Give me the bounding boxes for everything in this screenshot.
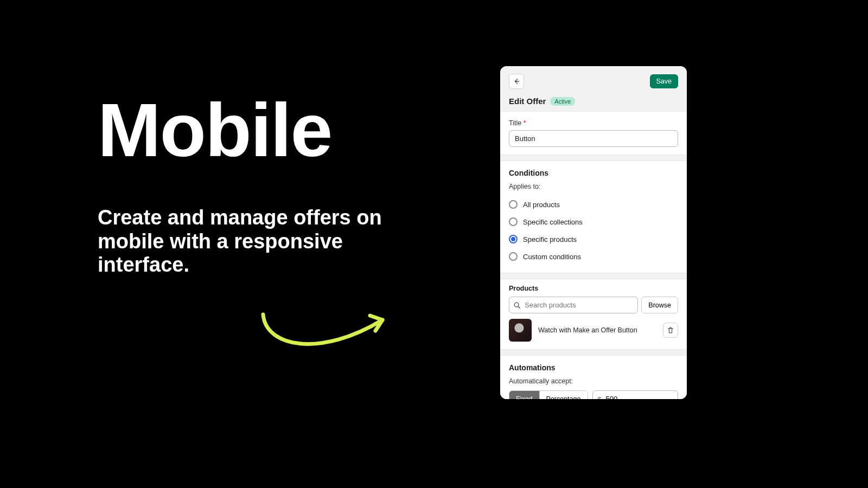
radio-icon <box>509 200 518 209</box>
radio-label: All products <box>523 201 560 209</box>
title-input[interactable] <box>509 130 678 147</box>
hero-title: Mobile <box>98 92 450 168</box>
trash-icon <box>667 326 674 334</box>
amount-type-segment: Fixed Percentage <box>509 390 588 399</box>
product-list-item: Watch with Make an Offer Button <box>509 319 678 342</box>
title-label-text: Title <box>509 119 521 127</box>
products-card: Products Browse Watch with Make an Offer… <box>500 279 687 350</box>
radio-label: Custom conditions <box>523 253 581 261</box>
radio-specific-collections[interactable]: Specific collections <box>509 213 678 230</box>
currency-symbol: $ <box>598 395 602 399</box>
radio-all-products[interactable]: All products <box>509 196 678 213</box>
radio-specific-products[interactable]: Specific products <box>509 230 678 248</box>
applies-to-label: Applies to: <box>509 183 678 190</box>
product-thumbnail <box>509 319 532 342</box>
arrow-left-icon <box>513 78 520 85</box>
automations-heading: Automations <box>509 363 678 372</box>
auto-accept-label: Automatically accept: <box>509 377 678 385</box>
segment-fixed[interactable]: Fixed <box>509 391 539 399</box>
automations-card: Automations Automatically accept: Fixed … <box>500 355 687 399</box>
radio-icon <box>509 217 518 226</box>
required-marker: * <box>524 119 526 127</box>
product-search-input[interactable] <box>509 297 638 313</box>
title-label: Title * <box>509 119 678 127</box>
panel-header: Save Edit Offer Active <box>500 66 687 111</box>
hero-subtitle: Create and manage offers on mobile with … <box>98 206 401 277</box>
browse-button[interactable]: Browse <box>641 297 678 313</box>
search-icon <box>513 301 521 309</box>
radio-label: Specific products <box>523 235 577 243</box>
radio-custom-conditions[interactable]: Custom conditions <box>509 248 678 265</box>
radio-icon <box>509 235 518 243</box>
save-button[interactable]: Save <box>650 74 679 88</box>
radio-label: Specific collections <box>523 218 583 226</box>
title-card: Title * <box>500 111 687 155</box>
back-button[interactable] <box>509 74 524 89</box>
mobile-app-panel: Save Edit Offer Active Title * Condition… <box>500 66 687 399</box>
hero-block: Mobile Create and manage offers on mobil… <box>98 92 450 277</box>
amount-input[interactable] <box>592 390 678 399</box>
conditions-card: Conditions Applies to: All products Spec… <box>500 160 687 273</box>
arrow-graphic <box>255 304 401 363</box>
svg-line-1 <box>518 306 520 308</box>
conditions-heading: Conditions <box>509 169 678 177</box>
status-badge: Active <box>550 97 575 106</box>
products-heading: Products <box>509 285 678 292</box>
radio-icon <box>509 252 518 261</box>
product-name: Watch with Make an Offer Button <box>538 326 656 334</box>
segment-percentage[interactable]: Percentage <box>539 391 588 399</box>
remove-product-button[interactable] <box>663 323 678 338</box>
page-title: Edit Offer <box>509 97 546 106</box>
